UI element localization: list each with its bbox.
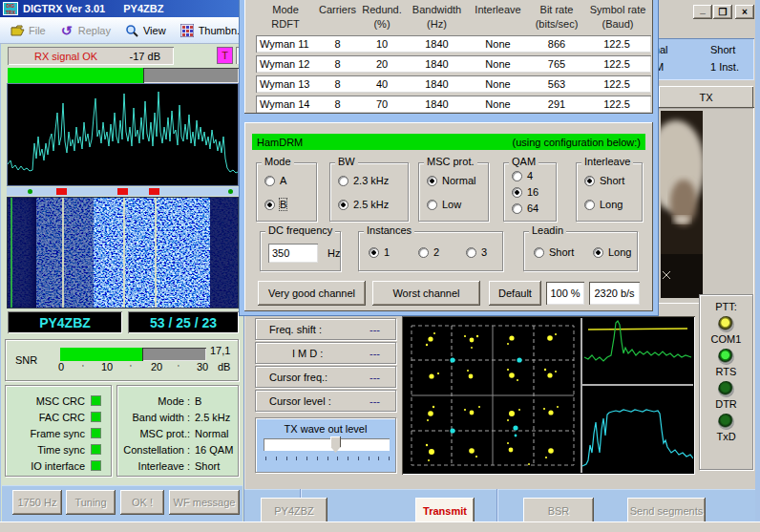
tuning-label: Tuning (74, 497, 106, 508)
info-value: 2.5 kHz (195, 412, 230, 423)
table-row-wyman14[interactable]: Wyman 148701840None291122.5 (256, 96, 651, 113)
menu-bar: File ↺ Replay View Thumbn. (0, 17, 244, 44)
summary-instances: 1 Inst. (710, 61, 739, 73)
tx-wave-slider-track[interactable] (264, 438, 390, 451)
default-button[interactable]: Default (489, 281, 541, 306)
efficiency-value: 100 % (550, 287, 580, 299)
info-label: Constellation : (117, 444, 190, 456)
radio-interleave-long[interactable]: Long (584, 199, 623, 210)
ptt-label: PTT: (700, 301, 752, 312)
magnifier-icon (124, 23, 139, 38)
signal-displays-panel (402, 316, 695, 475)
radio-icon (427, 176, 437, 186)
menu-item-view-label: View (143, 25, 166, 36)
radio-bw-23[interactable]: 2.3 kHz (338, 175, 389, 186)
snr-value: 17,1 (210, 345, 230, 356)
replay-icon: ↺ (59, 23, 74, 38)
radio-instances-1[interactable]: 1 (369, 246, 390, 258)
window-title-callsign: PY4ZBZ (123, 3, 163, 14)
group-interleave-title: Interleave (581, 156, 633, 167)
radio-msc-low[interactable]: Low (427, 199, 461, 210)
status-bar (0, 521, 760, 532)
ok-button[interactable]: OK ! (120, 490, 164, 515)
menu-item-thumbn[interactable]: Thumbn. (176, 21, 243, 40)
tuning-button[interactable]: Tuning (66, 490, 116, 515)
title-bar[interactable]: DIGTRX DIGTRX Ver 3.01 PY4ZBZ (0, 0, 244, 17)
worst-channel-button[interactable]: Worst channel (372, 281, 480, 306)
spectrum-display[interactable] (7, 83, 239, 186)
snr-bar (60, 348, 206, 361)
callsign-button-label: PY4ZBZ (274, 505, 314, 517)
bsr-button[interactable]: BSR (523, 498, 594, 523)
menu-item-file[interactable]: File (6, 21, 50, 40)
radio-icon (466, 247, 476, 258)
group-instances: Instances 1 2 3 (358, 231, 503, 271)
spectrum-trace (8, 84, 238, 185)
red-marker-icon (56, 188, 67, 195)
wf-message-button[interactable]: WF message (169, 490, 240, 515)
radio-interleave-short[interactable]: Short (584, 175, 624, 186)
table-row-wyman13[interactable]: Wyman 138401840None563122.5 (256, 75, 651, 93)
radio-leadin-short[interactable]: Short (534, 246, 574, 258)
segment-counter-text: 53 / 25 / 23 (150, 315, 217, 330)
radio-icon (264, 200, 275, 210)
radio-mode-b[interactable]: B (264, 199, 286, 210)
tone-1750hz-button[interactable]: 1750 Hz (12, 490, 62, 515)
close-button[interactable]: × (735, 5, 754, 19)
t-button[interactable]: T (217, 47, 233, 64)
radio-leadin-long[interactable]: Long (593, 246, 631, 258)
tx-bottom-bar: PY4ZBZ Transmit BSR Send segments (244, 489, 755, 525)
dc-frequency-input[interactable]: 350 (268, 244, 318, 263)
fac-crc-led-icon (91, 412, 101, 422)
meter-imd: I M D : --- (255, 342, 396, 364)
radio-label: B (280, 199, 286, 210)
waterfall-edge (210, 198, 238, 308)
radio-label: 64 (527, 202, 538, 214)
radio-label: 16 (527, 186, 538, 198)
txd-led-icon (718, 414, 734, 430)
radio-mode-a[interactable]: A (264, 175, 286, 186)
menu-item-view[interactable]: View (120, 21, 170, 40)
radio-icon (593, 247, 603, 258)
menu-item-replay[interactable]: ↺ Replay (55, 21, 115, 40)
transmit-button-label: Transmit (423, 505, 467, 517)
send-segments-button[interactable]: Send segments (627, 498, 706, 523)
radio-qam-64[interactable]: 64 (512, 202, 538, 214)
close-icon: × (742, 7, 748, 17)
bsr-button-label: BSR (548, 505, 570, 517)
radio-label: Long (600, 199, 623, 210)
meter-value: --- (369, 372, 380, 383)
transmit-button[interactable]: Transmit (415, 498, 475, 523)
radio-instances-3[interactable]: 3 (466, 246, 487, 258)
table-row-wyman11[interactable]: Wyman 118101840None866122.5 (256, 35, 651, 53)
radio-label: 2.3 kHz (353, 175, 389, 186)
radio-instances-2[interactable]: 2 (418, 246, 439, 258)
radio-bw-25[interactable]: 2.5 kHz (338, 199, 389, 210)
radio-icon (427, 200, 437, 210)
tx-wave-slider-ticks (265, 457, 390, 460)
bitrate-value: 2320 b/s (594, 287, 634, 299)
group-leadin-title: Leadin (529, 224, 566, 236)
waterfall-band (36, 198, 94, 308)
hamdrm-note: (using configuration below:) (512, 137, 641, 148)
group-dc-title: DC frequency (265, 224, 335, 236)
radio-label: Long (608, 246, 631, 258)
minimize-button[interactable]: _ (693, 5, 712, 19)
meter-label: I M D : (292, 348, 323, 359)
radio-msc-normal[interactable]: Normal (427, 175, 475, 186)
meter-value: --- (369, 395, 380, 407)
com1-label: COM1 (700, 333, 752, 345)
radio-qam-16[interactable]: 16 (512, 186, 538, 198)
table-row-wyman12[interactable]: Wyman 128201840None765122.5 (256, 55, 651, 73)
bitrate-display: 2320 b/s (589, 282, 640, 305)
rx-status-text: RX signal OK (34, 51, 97, 62)
send-segments-button-label: Send segments (630, 505, 703, 517)
waterfall-display[interactable] (7, 197, 239, 309)
window-title: DIGTRX Ver 3.01 (23, 3, 105, 14)
tab-tx[interactable]: TX (659, 86, 753, 108)
callsign-button[interactable]: PY4ZBZ (261, 498, 327, 523)
radio-icon (534, 247, 544, 258)
maximize-button[interactable]: ❐ (713, 5, 732, 19)
very-good-channel-button[interactable]: Very good channel (258, 281, 366, 306)
radio-qam-4[interactable]: 4 (512, 170, 533, 181)
